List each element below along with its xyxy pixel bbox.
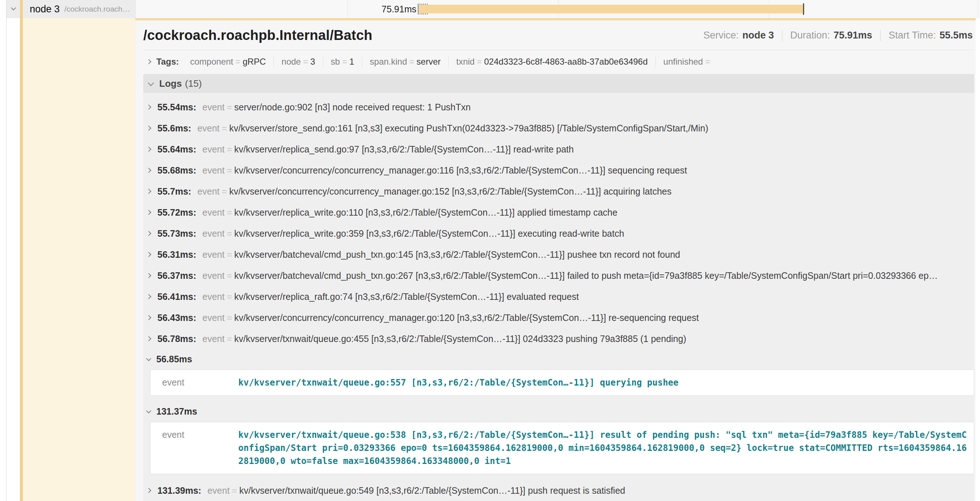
log-field-value: kv/kvserver/concurrency/concurrency_mana… — [234, 165, 687, 176]
log-field-key: event — [202, 292, 224, 302]
equals-sign: = — [227, 228, 232, 239]
equals-sign: = — [227, 165, 232, 176]
expand-tags-chevron-icon[interactable] — [146, 59, 151, 64]
collapse-log-chevron-icon[interactable] — [146, 356, 151, 361]
log-detail-box: event kv/kvserver/txnwait/queue.go:557 [… — [150, 370, 974, 396]
log-entry[interactable]: 56.41ms: event = kv/kvserver/replica_raf… — [143, 286, 974, 307]
log-entry-expanded-header[interactable]: 56.85ms — [143, 349, 974, 369]
tag-item: txnid=024d3323-6c8f-4863-aa8b-37ab0e6349… — [448, 56, 655, 67]
equals-sign: = — [227, 102, 232, 113]
log-field-key: event — [202, 333, 224, 344]
log-entry[interactable]: 55.64ms: event = kv/kvserver/replica_sen… — [143, 139, 974, 160]
timeline-ruler: 75.91ms — [136, 0, 980, 18]
span-detail-header: /cockroach.roachpb.Internal/Batch Servic… — [143, 20, 974, 50]
log-timestamp: 131.39ms: — [158, 485, 201, 496]
log-field-value: kv/kvserver/replica_write.go:359 [n3,s3,… — [234, 228, 624, 239]
start-time-label: Start Time: — [889, 30, 936, 41]
expand-log-chevron-icon[interactable] — [146, 126, 151, 131]
equals-sign: = — [227, 313, 232, 323]
log-detail-box: event kv/kvserver/txnwait/queue.go:538 [… — [150, 422, 974, 474]
log-field-value: kv/kvserver/store_send.go:161 [n3,s3] ex… — [229, 123, 708, 134]
log-timestamp: 56.78ms: — [158, 333, 196, 344]
span-duration-label: 75.91ms — [326, 0, 416, 18]
log-timestamp: 56.37ms: — [158, 270, 196, 281]
expand-log-chevron-icon[interactable] — [146, 273, 151, 278]
log-field-value: kv/kvserver/replica_raft.go:74 [n3,s3,r6… — [234, 292, 579, 302]
log-field-value: kv/kvserver/txnwait/queue.go:557 [n3,s3,… — [238, 376, 968, 389]
log-field-key: event — [156, 376, 238, 389]
expand-log-chevron-icon[interactable] — [146, 105, 151, 110]
log-entry[interactable]: 55.68ms: event = kv/kvserver/concurrency… — [143, 160, 974, 181]
log-entry[interactable]: 56.37ms: event = kv/kvserver/batcheval/c… — [143, 265, 974, 286]
equals-sign: = — [222, 123, 227, 134]
span-name-cell[interactable]: node 3 /cockroach.roach… — [6, 0, 136, 18]
log-entry[interactable]: 131.39ms: event = kv/kvserver/txnwait/qu… — [143, 480, 974, 501]
logs-title: Logs — [159, 78, 182, 89]
log-timestamp: 55.6ms: — [158, 123, 191, 134]
equals-sign: = — [227, 333, 232, 344]
span-title: /cockroach.roachpb.Internal/Batch — [143, 27, 372, 43]
log-field-key: event — [197, 186, 220, 197]
tags-row[interactable]: Tags: component=gRPCnode=3sb=1span.kind=… — [143, 50, 974, 74]
log-timestamp: 56.41ms: — [158, 292, 196, 302]
log-field-value: kv/kvserver/concurrency/concurrency_mana… — [229, 186, 672, 197]
log-field-value: server/node.go:902 [n3] node received re… — [234, 102, 471, 113]
log-entry-expanded-header[interactable]: 131.37ms — [143, 402, 974, 421]
log-timestamp: 55.68ms: — [158, 165, 196, 176]
log-entry[interactable]: 56.31ms: event = kv/kvserver/batcheval/c… — [143, 244, 974, 265]
log-marker-tick — [418, 4, 418, 14]
log-field-value: kv/kvserver/replica_write.go:110 [n3,s3,… — [234, 207, 618, 218]
span-timeline-row: node 3 /cockroach.roach… 75.91ms — [0, 0, 980, 18]
log-timestamp: 56.85ms — [156, 354, 192, 364]
start-time-value: 55.5ms — [939, 30, 973, 41]
expand-log-chevron-icon[interactable] — [146, 189, 151, 194]
expand-log-chevron-icon[interactable] — [146, 210, 151, 215]
expanded-row-highlight — [23, 18, 135, 501]
log-field-key: event — [202, 144, 224, 155]
equals-sign: = — [227, 249, 232, 260]
log-field-value: kv/kvserver/batcheval/cmd_push_txn.go:14… — [234, 249, 680, 260]
log-entry[interactable]: 55.6ms: event = kv/kvserver/store_send.g… — [143, 118, 974, 139]
expand-log-chevron-icon[interactable] — [146, 252, 151, 257]
log-field-key: event — [207, 485, 229, 496]
equals-sign: = — [232, 485, 237, 496]
log-entry[interactable]: 56.78ms: event = kv/kvserver/txnwait/que… — [143, 328, 974, 349]
expand-log-chevron-icon[interactable] — [146, 231, 151, 236]
span-service-name: node 3 — [30, 4, 60, 15]
logs-section: Logs (15) 55.54ms: event = server/node.g… — [143, 74, 974, 501]
log-entry[interactable]: 55.7ms: event = kv/kvserver/concurrency/… — [143, 181, 974, 202]
expand-log-chevron-icon[interactable] — [146, 294, 151, 299]
log-entry[interactable]: 56.43ms: event = kv/kvserver/concurrency… — [143, 307, 974, 328]
log-marker-end-tick — [803, 3, 804, 15]
log-entry-expanded: 56.85ms event kv/kvserver/txnwait/queue.… — [143, 349, 974, 396]
equals-sign: = — [222, 186, 227, 197]
meta-separator — [880, 30, 881, 41]
expand-log-chevron-icon[interactable] — [146, 488, 151, 493]
span-meta: Service: node 3 Duration: 75.91ms Start … — [703, 30, 973, 41]
log-field-key: event — [202, 249, 224, 260]
expand-log-chevron-icon[interactable] — [146, 147, 151, 152]
log-field-value: kv/kvserver/txnwait/queue.go:549 [n3,s3,… — [239, 485, 625, 496]
log-timestamp: 55.64ms: — [158, 144, 196, 155]
collapse-logs-chevron-icon[interactable] — [148, 80, 154, 86]
tags-label: Tags: — [156, 57, 179, 67]
logs-header[interactable]: Logs (15) — [143, 74, 974, 93]
log-entry[interactable]: 55.72ms: event = kv/kvserver/replica_wri… — [143, 202, 974, 223]
span-color-bar — [20, 0, 23, 501]
equals-sign: = — [227, 207, 232, 218]
meta-separator — [782, 30, 782, 41]
log-timestamp: 55.7ms: — [158, 186, 191, 197]
equals-sign: = — [227, 270, 232, 281]
collapse-log-chevron-icon[interactable] — [146, 408, 151, 413]
log-entry[interactable]: 55.54ms: event = server/node.go:902 [n3]… — [143, 97, 974, 118]
expand-log-chevron-icon[interactable] — [146, 315, 151, 320]
logs-body: 55.54ms: event = server/node.go:902 [n3]… — [143, 93, 974, 501]
expand-log-chevron-icon[interactable] — [146, 168, 151, 173]
tag-item: span.kind=server — [362, 56, 448, 67]
tags-list: component=gRPCnode=3sb=1span.kind=server… — [183, 56, 720, 67]
log-field-value: kv/kvserver/txnwait/queue.go:455 [n3,s3,… — [234, 333, 686, 344]
log-entry[interactable]: 55.73ms: event = kv/kvserver/replica_wri… — [143, 223, 974, 244]
span-duration-bar[interactable] — [419, 5, 805, 13]
collapse-span-chevron-icon[interactable] — [11, 5, 16, 11]
expand-log-chevron-icon[interactable] — [146, 336, 151, 341]
